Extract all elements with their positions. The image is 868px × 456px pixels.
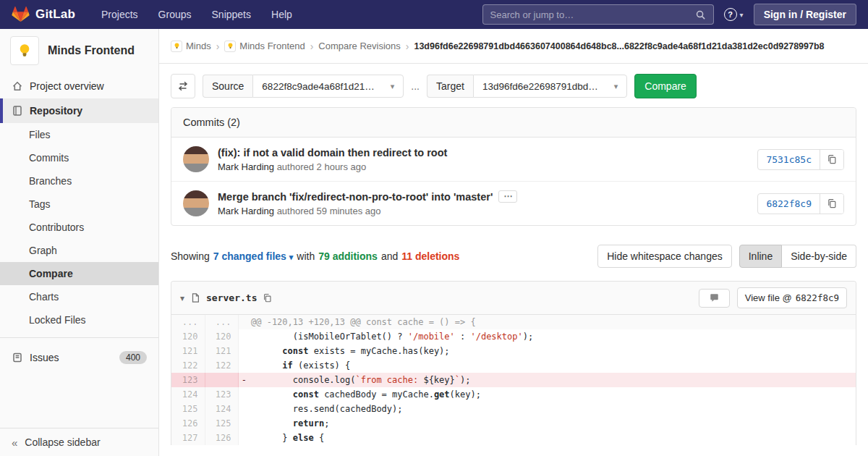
line-number[interactable]: 124 [171,387,205,402]
search-input[interactable] [490,9,695,20]
line-number[interactable]: 120 [171,329,205,344]
line-number[interactable]: 125 [171,402,205,416]
line-number[interactable]: 121 [171,344,205,358]
issues-count-badge: 400 [119,351,147,364]
sidebar-item-locked-files[interactable]: Locked Files [0,308,158,332]
diff-code: return; [250,416,856,431]
line-number[interactable]: ... [205,315,238,329]
view-file-label: View file @ [745,292,792,303]
side-by-side-view-button[interactable]: Side-by-side [782,245,856,268]
diff-sign [238,344,250,358]
line-number[interactable]: 123 [171,373,205,387]
view-file-button[interactable]: View file @ 6822f8c9 [737,287,847,308]
sidebar-item-repository[interactable]: Repository [0,98,158,123]
source-label: Source [203,75,252,98]
project-header[interactable]: Minds Frontend [0,29,158,74]
collapse-icon: « [12,437,17,448]
diff-line: 125124 res.send(cachedBody); [171,402,856,416]
diff-line: ......@@ -120,13 +120,13 @@ const cache … [171,315,856,329]
sidebar-item-project-overview[interactable]: Project overview [0,74,158,98]
breadcrumb-group[interactable]: Minds [171,41,211,52]
line-number[interactable]: 123 [205,387,238,402]
line-number[interactable]: 122 [171,358,205,373]
line-number[interactable]: 126 [205,431,238,445]
compare-button[interactable]: Compare [634,74,697,98]
breadcrumb-separator-icon: › [216,41,220,52]
diff-sign [238,315,250,329]
changed-files-dropdown[interactable]: 7 changed files ▾ [213,250,294,262]
line-number[interactable]: ... [171,315,205,329]
nav-link-groups[interactable]: Groups [158,9,192,20]
commit-title-link[interactable]: (fix): if not a valid domain then redire… [218,147,447,159]
line-number[interactable]: 126 [171,416,205,431]
help-menu[interactable]: ? ▾ [724,8,744,21]
commit-title-text: Merge branch 'fix/redirect-non-pro-to-ro… [218,191,493,203]
diff-code: const cachedBody = myCache.get(key); [250,387,856,402]
inline-view-button[interactable]: Inline [739,245,782,268]
top-navbar: GitLab Projects Groups Snippets Help ? ▾ [0,0,868,29]
hide-whitespace-button[interactable]: Hide whitespace changes [597,245,732,268]
diff-code: } else { [250,431,856,445]
commit-sha-link[interactable]: 6822f8c9 [758,194,820,214]
nav-link-projects[interactable]: Projects [101,9,138,20]
line-number[interactable]: 124 [205,402,238,416]
line-number[interactable]: 120 [205,329,238,344]
global-search[interactable] [482,4,714,25]
group-avatar [171,41,182,52]
swap-revisions-button[interactable] [171,74,195,98]
line-number[interactable]: 122 [205,358,238,373]
line-number[interactable]: 125 [205,416,238,431]
commit-author-avatar[interactable] [183,190,209,216]
commit-sha-group: 6822f8c9 [757,193,844,214]
collapse-sidebar-button[interactable]: « Collapse sidebar [0,428,158,456]
commit-authored-time: authored 59 minutes ago [274,206,380,216]
breadcrumb-separator-icon: › [310,41,314,52]
gitlab-logo[interactable]: GitLab [12,6,75,23]
sidebar-item-commits[interactable]: Commits [0,146,158,169]
commit-author-avatar[interactable] [183,146,209,172]
sidebar-item-files[interactable]: Files [0,123,158,146]
diff-sign: - [238,373,250,387]
sidebar-item-contributors[interactable]: Contributors [0,216,158,239]
commit-sha-link[interactable]: 7531c85c [758,150,820,169]
copy-file-path-button[interactable] [263,293,272,303]
commit-author-link[interactable]: Mark Harding [218,161,274,172]
sign-in-button[interactable]: Sign in / Register [754,4,856,25]
sidebar-item-compare[interactable]: Compare [0,262,158,285]
diff-code: const exists = myCache.has(key); [250,344,856,358]
diff-code: (isMobileOrTablet() ? '/mobile' : '/desk… [250,329,856,344]
commit-author-link[interactable]: Mark Harding [218,206,274,216]
gitlab-compare-page: GitLab Projects Groups Snippets Help ? ▾ [0,0,868,456]
line-number[interactable]: 121 [205,344,238,358]
toggle-comments-button[interactable] [699,289,730,308]
collapse-label: Collapse sidebar [25,436,100,448]
project-avatar [10,36,39,65]
line-number[interactable]: 127 [171,431,205,445]
target-revision-dropdown[interactable]: 13d96fd6e22698791dbd… ▾ [473,75,627,98]
copy-sha-button[interactable] [820,150,843,169]
toggle-description-button[interactable]: ⋯ [498,190,517,203]
sidebar-divider [0,337,158,338]
source-revision-dropdown[interactable]: 6822f8c9ade4a68f1d21… ▾ [252,75,404,98]
breadcrumb-project[interactable]: Minds Frontend [224,41,305,52]
line-number[interactable] [205,373,238,387]
commits-panel: Commits (2) (fix): if not a valid domain… [171,107,856,226]
search-icon [695,9,706,20]
nav-link-help[interactable]: Help [271,9,292,20]
commit-text: Merge branch 'fix/redirect-non-pro-to-ro… [218,190,517,216]
file-name-link[interactable]: server.ts [206,292,257,303]
copy-sha-button[interactable] [820,194,843,214]
collapse-file-icon[interactable]: ▾ [180,293,184,303]
commit-row: Merge branch 'fix/redirect-non-pro-to-ro… [171,181,856,225]
sidebar-item-tags[interactable]: Tags [0,193,158,216]
breadcrumb-page[interactable]: Compare Revisions [318,41,400,51]
sidebar-item-branches[interactable]: Branches [0,169,158,193]
with-label: with [297,250,315,262]
sidebar-item-graph[interactable]: Graph [0,239,158,262]
and-label: and [381,250,398,262]
target-label: Target [427,75,473,98]
nav-link-snippets[interactable]: Snippets [212,9,251,20]
sidebar-item-charts[interactable]: Charts [0,285,158,308]
commit-title-link[interactable]: Merge branch 'fix/redirect-non-pro-to-ro… [218,190,517,203]
sidebar-item-issues[interactable]: Issues 400 [0,344,158,371]
